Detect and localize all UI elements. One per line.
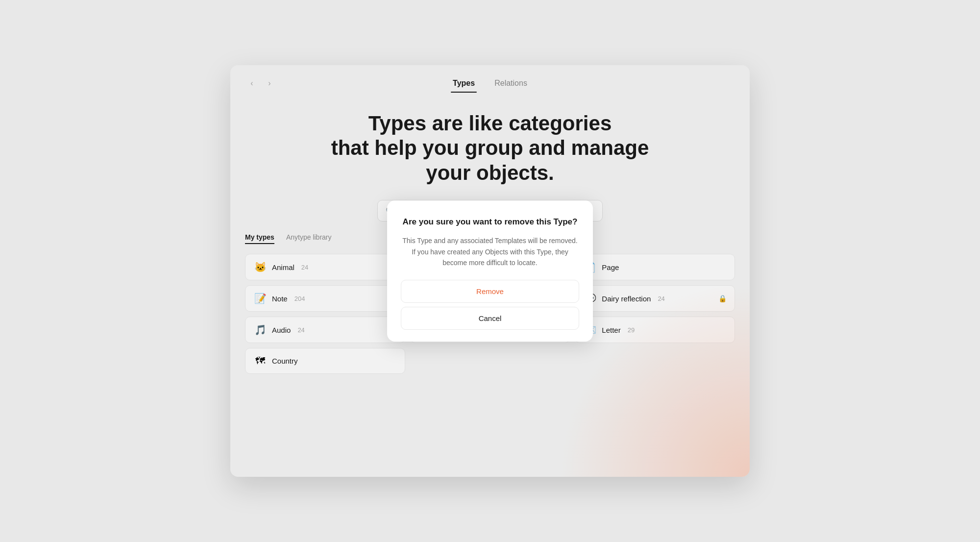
cancel-button[interactable]: Cancel (401, 307, 579, 330)
remove-button[interactable]: Remove (401, 280, 579, 303)
main-window: ‹ › Types Relations Types are like categ… (230, 65, 750, 477)
confirm-remove-modal: Are you sure you want to remove this Typ… (387, 200, 593, 342)
modal-title: Are you sure you want to remove this Typ… (401, 216, 579, 228)
modal-overlay: Are you sure you want to remove this Typ… (230, 65, 750, 477)
modal-description: This Type and any associated Templates w… (401, 235, 579, 268)
